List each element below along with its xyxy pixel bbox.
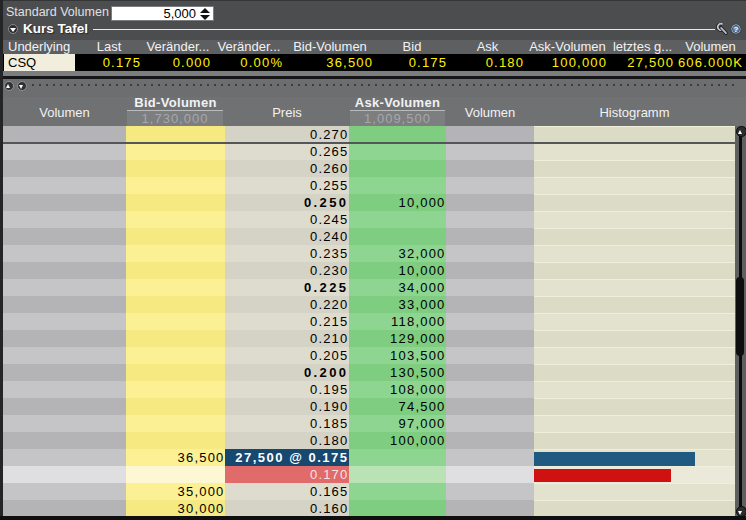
svg-text:?: ? (734, 25, 739, 34)
